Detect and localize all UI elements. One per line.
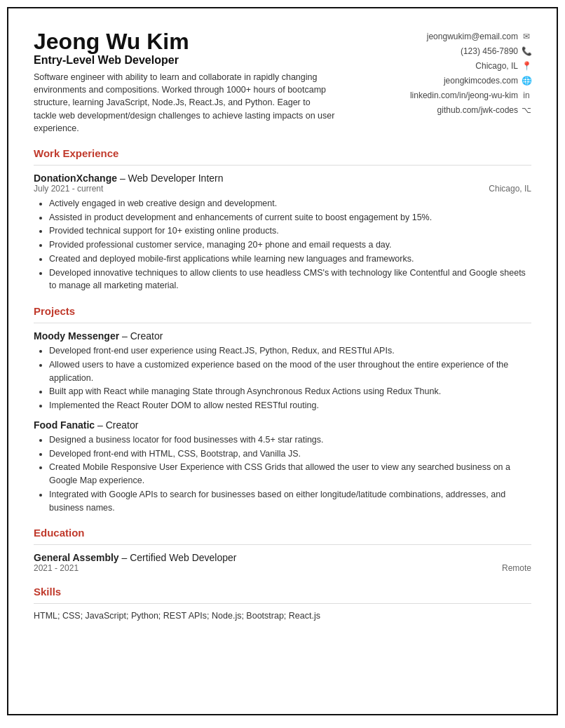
job-title-row: DonationXchange – Web Developer Intern xyxy=(34,173,531,184)
project-1-bullets: Developed front-end user experience usin… xyxy=(49,344,531,412)
projects-title: Projects xyxy=(34,305,531,317)
website-text: jeongkimcodes.com xyxy=(444,74,518,88)
website-icon: 🌐 xyxy=(522,76,531,86)
github-icon: ⌥ xyxy=(522,106,531,116)
job-item-donationxchange: DonationXchange – Web Developer Intern J… xyxy=(34,173,531,292)
project-moody-messenger: Moody Messenger – Creator Developed fron… xyxy=(34,330,531,412)
linkedin-text: linkedin.com/in/jeong-wu-kim xyxy=(410,88,518,103)
bullet-item: Implemented the React Router DOM to allo… xyxy=(49,399,531,412)
bullet-item: Created and deployed mobile-first applic… xyxy=(49,252,531,266)
header-left: Jeong Wu Kim Entry-Level Web Developer S… xyxy=(34,29,391,135)
education-title: Education xyxy=(34,527,531,539)
education-item: General Assembly – Certified Web Develop… xyxy=(34,552,531,573)
phone-icon: 📞 xyxy=(522,47,531,57)
contact-linkedin-row: linkedin.com/in/jeong-wu-kim in xyxy=(391,88,531,103)
bullet-item: Actively engaged in web creative design … xyxy=(49,197,531,210)
email-text: jeongwukim@email.com xyxy=(427,29,518,44)
project-name-2: Food Fanatic – Creator xyxy=(34,419,531,431)
bullet-item: Assisted in product development and enha… xyxy=(49,211,531,224)
edu-location: Remote xyxy=(502,563,531,573)
job-location: Chicago, IL xyxy=(489,184,531,194)
bullet-item: Provided professional customer service, … xyxy=(49,238,531,252)
email-icon: ✉ xyxy=(522,32,531,42)
edu-date: 2021 - 2021 xyxy=(34,563,79,573)
bullet-item: Developed front-end user experience usin… xyxy=(49,344,531,358)
job-date-row: July 2021 - current Chicago, IL xyxy=(34,184,531,194)
job-title: DonationXchange – Web Developer Intern xyxy=(34,173,224,184)
job-bullets: Actively engaged in web creative design … xyxy=(49,197,531,292)
location-text: Chicago, IL xyxy=(475,59,518,74)
contact-website-row: jeongkimcodes.com 🌐 xyxy=(391,74,531,88)
skills-title: Skills xyxy=(34,586,531,598)
candidate-subtitle: Entry-Level Web Developer xyxy=(34,54,391,67)
bullet-item: Allowed users to have a customized exper… xyxy=(49,358,531,385)
github-text: github.com/jwk-codes xyxy=(437,103,518,118)
work-experience-divider xyxy=(34,165,531,166)
projects-divider xyxy=(34,323,531,323)
resume-container: Jeong Wu Kim Entry-Level Web Developer S… xyxy=(7,7,558,715)
job-date: July 2021 - current xyxy=(34,184,103,194)
job-company: DonationXchange xyxy=(34,173,117,184)
header-right: jeongwukim@email.com ✉ (123) 456-7890 📞 … xyxy=(391,29,531,118)
edu-school: General Assembly – Certified Web Develop… xyxy=(34,552,236,563)
bullet-item: Created Mobile Responsive User Experienc… xyxy=(49,461,531,487)
bullet-item: Integrated with Google APIs to search fo… xyxy=(49,488,531,515)
job-role: – Web Developer Intern xyxy=(120,173,224,184)
skills-text: HTML; CSS; JavaScript; Python; REST APIs… xyxy=(34,611,531,621)
header-section: Jeong Wu Kim Entry-Level Web Developer S… xyxy=(34,29,531,135)
contact-email-row: jeongwukim@email.com ✉ xyxy=(391,29,531,44)
work-experience-title: Work Experience xyxy=(34,147,531,159)
edu-date-row: 2021 - 2021 Remote xyxy=(34,563,531,573)
education-divider xyxy=(34,544,531,545)
candidate-summary: Software engineer with ability to learn … xyxy=(34,71,335,135)
skills-divider xyxy=(34,603,531,604)
phone-text: (123) 456-7890 xyxy=(461,44,518,59)
edu-title-row: General Assembly – Certified Web Develop… xyxy=(34,552,531,563)
contact-github-row: github.com/jwk-codes ⌥ xyxy=(391,103,531,118)
linkedin-icon: in xyxy=(522,91,531,101)
candidate-name: Jeong Wu Kim xyxy=(34,29,391,54)
project-2-bullets: Designed a business locator for food bus… xyxy=(49,433,531,515)
bullet-item: Designed a business locator for food bus… xyxy=(49,433,531,447)
bullet-item: Developed innovative techniques to allow… xyxy=(49,267,531,293)
bullet-item: Developed front-end with HTML, CSS, Boot… xyxy=(49,447,531,461)
location-icon: 📍 xyxy=(522,62,531,72)
bullet-item: Provided technical support for 10+ exist… xyxy=(49,224,531,238)
contact-phone-row: (123) 456-7890 📞 xyxy=(391,44,531,59)
project-name-1: Moody Messenger – Creator xyxy=(34,330,531,342)
project-food-fanatic: Food Fanatic – Creator Designed a busine… xyxy=(34,419,531,515)
contact-location-row: Chicago, IL 📍 xyxy=(391,59,531,74)
bullet-item: Built app with React while managing Stat… xyxy=(49,385,531,398)
